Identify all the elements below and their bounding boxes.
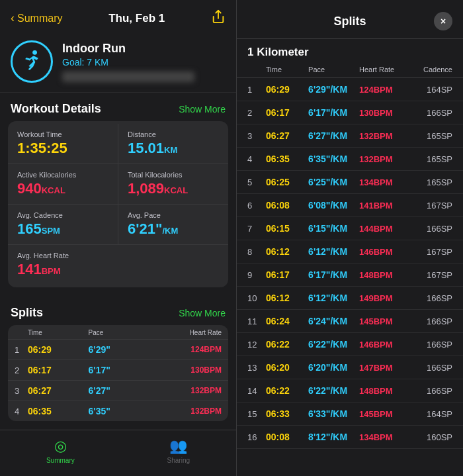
rsplit-time: 06:33 (266, 408, 308, 419)
summary-nav-icon: ◎ (54, 438, 67, 455)
table-row: 5 06:25 6'25"/KM 134BPM 165SP (237, 171, 463, 194)
rsplit-cad: 165SP (410, 177, 452, 187)
rsplit-cad: 164SP (410, 85, 452, 95)
splits-col-pace-header: Pace (89, 329, 149, 336)
active-kcal-value: 940KCAL (17, 180, 108, 197)
rsplit-num: 16 (247, 432, 266, 442)
left-panel: ‹ Summary Thu, Feb 1 Indoor Run Goal: 7 … (0, 0, 236, 476)
splits-col-time-header: Time (28, 329, 89, 336)
splits-col-hr-header: Heart Rate (149, 329, 222, 336)
table-row: 7 06:15 6'15"/KM 144BPM 166SP (237, 217, 463, 240)
right-header: Splits × (237, 0, 463, 39)
nav-summary[interactable]: ◎ Summary (46, 438, 75, 464)
workout-text: Indoor Run Goal: 7 KM (62, 42, 194, 82)
table-row: 1 06:29 6'29"/KM 124BPM 164SP (237, 78, 463, 101)
avg-hr-value: 141BPM (17, 261, 219, 278)
rsplit-hr: 145BPM (359, 316, 410, 326)
table-row: 3 06:27 6'27"/KM 132BPM 165SP (237, 124, 463, 148)
avg-cadence-label: Avg. Cadence (17, 211, 108, 219)
table-row: 14 06:22 6'22"/KM 148BPM 166SP (237, 379, 463, 403)
table-row: 15 06:33 6'33"/KM 145BPM 164SP (237, 403, 463, 426)
rsplit-hr: 146BPM (359, 340, 410, 350)
rsplit-num: 13 (247, 363, 266, 373)
table-row: 2 06:17 6'17"/KM 130BPM 166SP (237, 101, 463, 124)
rsplit-time: 06:17 (266, 269, 308, 280)
active-kcal-cell: Active Kilocalories 940KCAL (8, 164, 118, 204)
split-pace: 6'27" (89, 385, 149, 396)
table-row: 16 00:08 8'12"/KM 134BPM 160SP (237, 426, 463, 449)
distance-value: 15.01KM (128, 140, 219, 157)
rsplit-pace: 6'12"/KM (308, 293, 359, 303)
rsplit-cad: 165SP (410, 131, 452, 141)
rsplit-num: 5 (247, 177, 266, 187)
avg-pace-cell: Avg. Pace 6'21"/KM (118, 205, 228, 244)
close-icon: × (441, 16, 446, 26)
splits-table-header: Time Pace Heart Rate (8, 325, 228, 340)
rsplit-hr: 130BPM (359, 108, 410, 118)
nav-sharing[interactable]: 👥 Sharing (167, 438, 190, 464)
right-col-hr-header: Heart Rate (359, 66, 410, 73)
rsplit-time: 06:27 (266, 130, 308, 141)
rsplit-num: 3 (247, 131, 266, 141)
back-button[interactable]: ‹ Summary (11, 11, 62, 25)
active-kcal-label: Active Kilocalories (17, 171, 108, 179)
table-row: 8 06:12 6'12"/KM 146BPM 167SP (237, 240, 463, 263)
rsplit-num: 7 (247, 224, 266, 234)
avg-hr-cell: Avg. Heart Rate 141BPM (8, 245, 228, 285)
workout-details-card: Workout Time 1:35:25 Distance 15.01KM Ac… (8, 121, 228, 287)
right-col-pace-header: Pace (308, 66, 359, 73)
rsplit-cad: 167SP (410, 201, 452, 211)
rsplit-pace: 6'33"/KM (308, 408, 359, 419)
right-col-time-header: Time (266, 66, 308, 73)
workout-icon-circle (11, 40, 53, 83)
avg-pace-label: Avg. Pace (128, 211, 219, 219)
table-row: 4 06:35 6'35"/KM 132BPM 165SP (237, 148, 463, 171)
run-icon (19, 49, 44, 74)
avg-pace-value: 6'21"/KM (128, 220, 219, 238)
split-time: 06:17 (28, 365, 89, 375)
split-pace: 6'29" (89, 344, 149, 355)
workout-time-cell: Workout Time 1:35:25 (8, 124, 118, 164)
rsplit-num: 8 (247, 247, 266, 257)
split-num: 4 (15, 406, 28, 416)
rsplit-cad: 166SP (410, 386, 452, 396)
rsplit-num: 15 (247, 409, 266, 419)
rsplit-hr: 124BPM (359, 85, 410, 95)
rsplit-hr: 148BPM (359, 270, 410, 280)
rsplit-cad: 166SP (410, 293, 452, 303)
right-col-cad-header: Cadence (410, 66, 452, 73)
rsplit-num: 11 (247, 316, 266, 326)
right-panel: Splits × 1 Kilometer Time Pace Heart Rat… (236, 0, 463, 476)
workout-details-show-more[interactable]: Show More (179, 104, 226, 115)
header-date: Thu, Feb 1 (108, 12, 165, 25)
workout-goal: Goal: 7 KM (62, 57, 194, 68)
right-splits-header: Time Pace Heart Rate Cadence (237, 63, 463, 78)
right-panel-title: Splits (266, 15, 434, 28)
rsplit-cad: 166SP (410, 108, 452, 118)
rsplit-num: 10 (247, 293, 266, 303)
rsplit-time: 06:24 (266, 316, 308, 326)
rsplit-pace: 6'17"/KM (308, 269, 359, 280)
table-row: 3 06:27 6'27" 132BPM (8, 381, 228, 401)
rsplit-cad: 166SP (410, 316, 452, 326)
workout-time-label: Workout Time (17, 130, 108, 138)
table-row: 4 06:35 6'35" 132BPM (8, 401, 228, 421)
rsplit-pace: 6'27"/KM (308, 130, 359, 141)
rsplit-pace: 6'08"/KM (308, 200, 359, 211)
rsplit-pace: 6'15"/KM (308, 223, 359, 234)
rsplit-time: 06:08 (266, 200, 308, 211)
table-row: 9 06:17 6'17"/KM 148BPM 167SP (237, 263, 463, 287)
rsplit-hr: 147BPM (359, 363, 410, 373)
close-button[interactable]: × (434, 12, 452, 30)
share-icon[interactable] (211, 9, 226, 27)
back-label: Summary (17, 13, 62, 24)
splits-show-more[interactable]: Show More (179, 308, 226, 318)
rsplit-time: 06:22 (266, 339, 308, 350)
workout-details-title: Workout Details (11, 102, 101, 116)
rsplit-time: 06:17 (266, 107, 308, 118)
splits-title: Splits (11, 306, 43, 320)
total-kcal-value: 1,089KCAL (128, 180, 219, 197)
rsplit-cad: 160SP (410, 432, 452, 442)
rsplit-hr: 144BPM (359, 224, 410, 234)
distance-cell: Distance 15.01KM (118, 124, 228, 164)
